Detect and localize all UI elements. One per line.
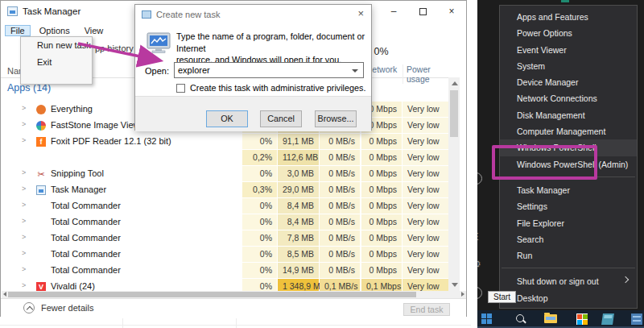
horizontal-scrollbar[interactable]: [2, 291, 466, 298]
pictures-icon: E: [477, 230, 479, 243]
close-button[interactable]: ×: [437, 1, 466, 22]
winx-item-desktop[interactable]: Desktop: [500, 290, 637, 306]
winx-menu: Apps and FeaturesPower OptionsEvent View…: [499, 5, 638, 309]
winx-item-task-manager[interactable]: Task Manager: [500, 182, 637, 198]
cell-net: 0 Mbps: [361, 247, 402, 262]
tab-app-history-partial[interactable]: pp history: [95, 44, 134, 53]
cell-cpu: 0%: [242, 134, 277, 149]
row-expand-chevron-icon[interactable]: >: [22, 136, 26, 144]
scroll-right-icon[interactable]: [461, 292, 464, 297]
cell-net: 0 Mbps: [361, 263, 402, 278]
winx-item-power-options[interactable]: Power Options: [500, 25, 637, 41]
admin-privileges-checkbox[interactable]: [176, 84, 185, 93]
winx-item-search[interactable]: Search: [500, 231, 637, 247]
dialog-title-bar[interactable]: Create new task: [135, 5, 371, 24]
scroll-down-icon[interactable]: [452, 283, 458, 287]
row-expand-chevron-icon[interactable]: >: [22, 104, 26, 112]
horizontal-scroll-thumb[interactable]: [8, 292, 416, 297]
row-expand-chevron-icon[interactable]: >: [22, 168, 26, 176]
open-input-value[interactable]: explorer: [178, 65, 210, 75]
everything-icon: [36, 105, 46, 114]
winx-item-settings[interactable]: Settings: [500, 198, 637, 214]
cell-mem: 8,4 MB: [278, 214, 319, 230]
end-task-button[interactable]: End task: [403, 303, 450, 316]
maximize-button[interactable]: [408, 1, 437, 22]
sticky-notes-icon[interactable]: [601, 313, 614, 325]
row-expand-chevron-icon[interactable]: >: [22, 185, 26, 193]
winx-item-event-viewer[interactable]: Event Viewer: [500, 42, 637, 58]
cell-net: 0 Mbps: [361, 134, 402, 149]
winx-item-file-explorer[interactable]: File Explorer: [500, 215, 637, 231]
winx-item-network-connections[interactable]: Network Connections: [500, 90, 637, 106]
cell-power: Very low: [402, 150, 448, 165]
menu-item-exit[interactable]: Exit: [21, 54, 92, 71]
row-expand-chevron-icon[interactable]: >: [22, 120, 26, 128]
scroll-left-icon[interactable]: [3, 292, 6, 297]
winx-item-shut-down-or-sign-out[interactable]: Shut down or sign out: [500, 273, 637, 289]
table-row[interactable]: >✂Snipping Tool0%3,0 MB0 MB/s0 MbpsVery …: [1, 166, 448, 182]
row-expand-chevron-icon[interactable]: >: [22, 233, 26, 241]
maximize-icon: [419, 8, 427, 15]
process-name: Total Commander: [51, 249, 121, 259]
cell-disk: 0 MB/s: [320, 230, 360, 246]
vertical-scroll-thumb[interactable]: [450, 90, 458, 137]
chevron-down-icon[interactable]: [352, 69, 358, 73]
browse-button[interactable]: Browse...: [315, 110, 357, 127]
table-row[interactable]: >Total Commander0%8,4 MB0 MB/s0 MbpsVery…: [1, 198, 448, 214]
table-row[interactable]: >VVivaldi (24)0%1 348,9 MB0,1 MB/s0,1 Mb…: [1, 279, 448, 291]
cell-disk: 0 MB/s: [320, 247, 360, 262]
row-expand-chevron-icon[interactable]: >: [22, 265, 26, 273]
menu-item-run-new-task[interactable]: Run new task: [21, 37, 92, 54]
process-name: Total Commander: [51, 201, 121, 210]
table-row[interactable]: >Total Commander0%14,9 MB0 MB/s0 MbpsVer…: [1, 263, 448, 279]
table-row[interactable]: >Task Manager0,3%29,0 MB0 MB/s0 MbpsVery…: [1, 182, 448, 198]
search-icon[interactable]: [515, 313, 526, 325]
menu-file[interactable]: File: [5, 25, 31, 36]
menu-view[interactable]: View: [79, 25, 109, 36]
microsoft-store-icon[interactable]: [576, 313, 588, 325]
minimize-button[interactable]: –: [379, 1, 408, 22]
cell-net: 0,1 Mbps: [361, 279, 402, 291]
cell-cpu: 0%: [242, 263, 277, 278]
table-row[interactable]: 0,2%112,6 MB0 MB/s0 MbpsVery low: [1, 150, 448, 166]
cell-net: 0 Mbps: [361, 230, 402, 246]
cell-net: 0 Mbps: [361, 150, 402, 165]
winx-item-device-manager[interactable]: Device Manager: [500, 74, 637, 90]
cell-cpu: 0%: [242, 230, 277, 246]
open-combobox[interactable]: explorer: [174, 62, 364, 78]
winx-item-run[interactable]: Run: [500, 247, 637, 264]
winx-item-computer-management[interactable]: Computer Management: [500, 123, 637, 139]
row-expand-chevron-icon[interactable]: >: [22, 281, 26, 289]
create-new-task-dialog: Create new task × Type the name of a pro…: [134, 4, 372, 131]
winx-item-windows-powershell-admin-[interactable]: Windows PowerShell (Admin): [500, 156, 637, 172]
row-expand-chevron-icon[interactable]: >: [22, 249, 26, 257]
dialog-close-icon[interactable]: ×: [357, 7, 364, 19]
winx-item-apps-and-features[interactable]: Apps and Features: [500, 9, 637, 25]
cell-net: 0 Mbps: [361, 166, 402, 181]
table-row[interactable]: >Total Commander0%7,8 MB0 MB/s0 MbpsVery…: [1, 230, 448, 247]
table-row[interactable]: >fFoxit PDF Reader 12.1 (32 bit)0%91,1 M…: [1, 134, 448, 150]
table-row[interactable]: >Total Commander0%8,5 MB0 MB/s0 MbpsVery…: [1, 247, 448, 263]
chevron-right-icon: [622, 276, 629, 283]
table-row[interactable]: >Total Commander0%8,4 MB0 MB/s0 MbpsVery…: [1, 214, 448, 230]
winx-item-windows-powershell[interactable]: Windows PowerShell: [500, 139, 637, 156]
winx-item-disk-management[interactable]: Disk Management: [500, 107, 637, 123]
cell-cpu: 0%: [242, 279, 277, 291]
snipping-icon: ✂: [36, 169, 46, 179]
menu-separator: [502, 176, 635, 177]
row-expand-chevron-icon[interactable]: >: [22, 201, 26, 209]
winx-item-system[interactable]: System: [500, 58, 637, 74]
menu-options[interactable]: Options: [34, 25, 76, 36]
taskmgr-icon: [36, 185, 46, 195]
pinned-app-icon[interactable]: [631, 313, 642, 325]
file-explorer-icon[interactable]: [544, 314, 557, 323]
fewer-details-button[interactable]: Fewer details: [23, 302, 93, 313]
cancel-button[interactable]: Cancel: [260, 110, 302, 127]
dialog-description: Type the name of a program, folder, docu…: [176, 31, 371, 66]
row-expand-chevron-icon[interactable]: >: [22, 217, 26, 225]
windows-start-icon[interactable]: [481, 313, 493, 325]
scroll-up-icon[interactable]: [452, 81, 458, 85]
vertical-scrollbar[interactable]: [448, 77, 460, 291]
ok-button[interactable]: OK: [206, 110, 248, 127]
process-name: Total Commander: [51, 217, 121, 226]
